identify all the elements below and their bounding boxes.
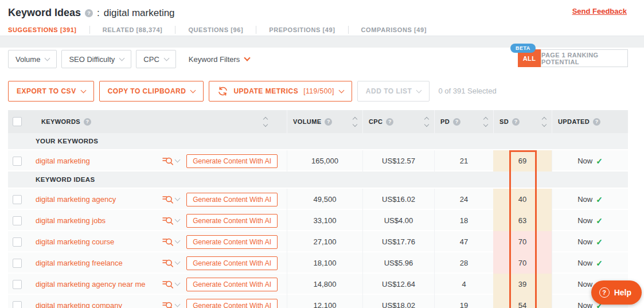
keyword-search-dropdown[interactable] — [162, 156, 179, 166]
keywords-help-icon[interactable]: ? — [84, 118, 91, 126]
row-checkbox[interactable] — [13, 237, 22, 247]
volume-value: 49,500 — [287, 189, 362, 210]
keyword-search-dropdown[interactable] — [162, 301, 179, 308]
generate-content-ai-button[interactable]: Generate Content With AI — [186, 235, 278, 249]
tab-item[interactable]: RELATED [88,374] — [90, 26, 176, 34]
row-checkbox[interactable] — [13, 157, 22, 166]
chevron-down-icon — [163, 55, 169, 61]
update-metrics-button[interactable]: UPDATE METRICS [119/500] — [209, 81, 352, 102]
tab-item[interactable]: PREPOSITIONS [49] — [256, 26, 348, 34]
filter-dropdown[interactable]: CPC — [136, 50, 175, 68]
keyword-link[interactable]: digital marketing freelance — [36, 259, 155, 267]
keyword-link[interactable]: digital marketing agency — [36, 195, 155, 204]
row-checkbox-cell — [8, 216, 36, 225]
tab-item[interactable]: SUGGESTIONS [391] — [8, 26, 90, 34]
keyword-search-dropdown[interactable] — [162, 279, 179, 289]
generate-content-ai-button[interactable]: Generate Content With AI — [186, 299, 278, 308]
pd-value: 4 — [434, 274, 493, 295]
pd-help-icon[interactable]: ? — [453, 118, 460, 126]
search-list-icon — [162, 216, 174, 225]
row-checkbox[interactable] — [13, 216, 22, 225]
chevron-down-icon — [190, 87, 196, 93]
keyword-search-dropdown[interactable] — [162, 258, 179, 268]
keyword-link[interactable]: digital marketing — [36, 157, 155, 165]
cpc-help-icon[interactable]: ? — [386, 118, 393, 126]
updated-value: Now — [577, 280, 592, 288]
chevron-down-icon — [175, 302, 181, 307]
keyword-row: digital marketing freelance Generate Con… — [8, 252, 628, 274]
updated-value: Now — [577, 216, 592, 225]
filter-dropdown-label: CPC — [143, 55, 159, 64]
row-checkbox[interactable] — [13, 195, 22, 204]
keyword-row: digital marketing Generate Content With … — [8, 150, 628, 171]
add-to-list-button[interactable]: ADD TO LIST — [357, 81, 430, 102]
cpc-value: US$12.57 — [362, 150, 434, 171]
volume-sort-control[interactable] — [353, 118, 357, 126]
keyword-link[interactable]: digital marketing course — [36, 237, 155, 246]
row-checkbox[interactable] — [13, 280, 22, 289]
column-header-sd: SD ? — [493, 110, 552, 133]
cpc-value: US$12.64 — [362, 274, 434, 295]
cpc-sort-control[interactable] — [425, 118, 428, 126]
pd-header-label: PD — [440, 118, 450, 125]
tab-item[interactable]: COMPARISONS [49] — [349, 26, 440, 34]
check-icon: ✓ — [596, 157, 603, 166]
keywords-sort-control[interactable] — [264, 118, 267, 126]
sd-sort-control[interactable] — [542, 118, 546, 126]
pd-value: 24 — [434, 189, 493, 210]
filter-dropdown[interactable]: Volume — [8, 50, 57, 68]
tab-item[interactable]: QUESTIONS [96] — [175, 26, 256, 34]
generate-content-ai-button[interactable]: Generate Content With AI — [186, 154, 278, 168]
search-list-icon — [162, 237, 174, 247]
generate-content-ai-button[interactable]: Generate Content With AI — [186, 256, 278, 270]
title-help-icon[interactable]: ? — [85, 9, 93, 17]
copy-clipboard-button[interactable]: COPY TO CLIPBOARD — [99, 81, 204, 102]
export-csv-label: EXPORT TO CSV — [17, 87, 76, 95]
chevron-down-icon — [175, 280, 181, 286]
filter-dropdown-label: Volume — [15, 55, 40, 64]
keyword-search-dropdown[interactable] — [162, 216, 179, 225]
pd-value: 18 — [434, 210, 493, 231]
keyword-row: digital marketing agency near me Generat… — [8, 274, 628, 295]
table-body: YOUR KEYWORDS digital marketing Generate… — [8, 133, 628, 308]
title-separator: : — [97, 7, 100, 19]
check-icon: ✓ — [596, 259, 603, 268]
updated-help-icon[interactable]: ? — [593, 118, 600, 126]
page-title: Keyword Ideas — [8, 7, 81, 19]
generate-content-ai-button[interactable]: Generate Content With AI — [186, 278, 278, 291]
generate-content-ai-button[interactable]: Generate Content With AI — [186, 193, 278, 206]
row-checkbox[interactable] — [13, 301, 22, 308]
filter-dropdown[interactable]: SEO Difficulty — [61, 50, 131, 68]
keyword-link[interactable]: digital marketing jobs — [36, 216, 155, 225]
view-toggle-option[interactable]: PAGE 1 RANKING POTENTIAL — [541, 49, 628, 67]
keyword-link[interactable]: digital marketing company — [36, 301, 155, 308]
keyword-cell: digital marketing jobs Generate Content … — [36, 210, 287, 231]
keyword-search-dropdown[interactable] — [162, 237, 179, 247]
select-all-checkbox[interactable] — [13, 117, 22, 126]
keyword-link[interactable]: digital marketing agency near me — [36, 280, 155, 288]
volume-help-icon[interactable]: ? — [325, 118, 332, 126]
pd-sort-control[interactable] — [484, 118, 487, 126]
chevron-down-icon — [175, 259, 181, 265]
page-header: Keyword Ideas ? : digital marketing Send… — [0, 0, 644, 24]
sd-cell: 70 — [493, 231, 552, 252]
sd-help-icon[interactable]: ? — [512, 118, 520, 126]
sd-cell: 63 — [493, 210, 552, 231]
keyword-filters-toggle[interactable]: Keyword Filters — [189, 50, 250, 68]
row-checkbox[interactable] — [13, 259, 22, 268]
chevron-down-icon — [80, 87, 86, 93]
keyword-cell: digital marketing company Generate Conte… — [36, 295, 287, 308]
column-header-keywords: KEYWORDS ? — [36, 110, 287, 133]
keyword-search-dropdown[interactable] — [162, 194, 179, 204]
keywords-table: KEYWORDS ? VOLUME ? CPC ? PD ? SD ? — [8, 110, 628, 308]
pd-value: 21 — [434, 150, 493, 171]
help-button[interactable]: ? Help — [591, 280, 642, 305]
column-header-updated: UPDATED ? — [552, 110, 628, 133]
updated-value: Now — [577, 195, 592, 204]
generate-content-ai-button[interactable]: Generate Content With AI — [186, 214, 278, 228]
send-feedback-link[interactable]: Send Feedback — [572, 7, 627, 15]
export-csv-button[interactable]: EXPORT TO CSV — [8, 81, 94, 102]
cpc-value: US$4.00 — [362, 210, 434, 231]
keyword-cell: digital marketing agency Generate Conten… — [36, 189, 287, 210]
keyword-cell: digital marketing agency near me Generat… — [36, 274, 287, 295]
